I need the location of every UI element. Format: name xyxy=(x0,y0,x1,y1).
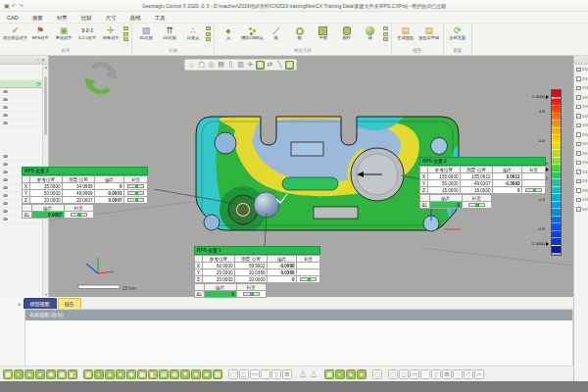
measure-tools-icon[interactable]: ▱ xyxy=(474,369,484,379)
checkbox-icon[interactable]: ✓ xyxy=(576,142,581,147)
colorbar-marker[interactable] xyxy=(546,242,549,246)
measure-tools-icon[interactable]: ◌ xyxy=(420,369,430,379)
colorbar-marker[interactable] xyxy=(546,168,549,172)
checkbox-icon[interactable]: ✓ xyxy=(576,179,581,184)
pin-icon[interactable]: ▫ xyxy=(37,57,39,64)
display-mode-tools-icon[interactable]: ◌ xyxy=(261,369,270,379)
overlay-tools-icon[interactable]: ● xyxy=(357,369,367,379)
overlay-tools-icon[interactable]: ▲ xyxy=(346,369,356,379)
measure-tools-icon[interactable]: ▯ xyxy=(431,369,441,379)
ribbon-button-点[interactable]: 点 xyxy=(217,24,240,41)
visibility-eye-icon[interactable] xyxy=(3,98,8,102)
visibility-eye-icon[interactable] xyxy=(3,155,8,159)
pill-slot[interactable] xyxy=(282,177,338,190)
visibility-eye-icon[interactable] xyxy=(3,194,8,198)
selection-tools-icon[interactable]: ◧ xyxy=(68,369,77,379)
menu-item-尺寸[interactable]: 尺寸 xyxy=(99,12,123,24)
measure-tools-icon[interactable]: ⊞ xyxy=(442,369,452,379)
colorbar-green-marker[interactable] xyxy=(546,176,549,180)
view-tools-icon[interactable]: ◆ xyxy=(126,369,136,379)
view-tools-icon[interactable]: ▤ xyxy=(159,369,169,379)
checkbox-icon[interactable] xyxy=(576,188,581,193)
measure-tools-icon[interactable]: ▢ xyxy=(388,369,398,379)
visibility-eye-icon[interactable] xyxy=(3,210,8,214)
view-tools-icon[interactable]: ● xyxy=(116,369,125,379)
overlay-tools-icon[interactable]: ◐ xyxy=(335,369,345,379)
tree-item-row[interactable] xyxy=(0,88,48,96)
menu-item-工具[interactable]: 工具 xyxy=(148,12,172,24)
ribbon-small-stack[interactable] xyxy=(122,24,129,43)
redo-icon[interactable]: ↷ xyxy=(19,1,24,11)
bottom-rect-hole[interactable] xyxy=(314,207,358,219)
view-tools-icon[interactable]: ▲ xyxy=(105,369,115,379)
ribbon-button-模拟CMM点[interactable]: 模拟CMM点 xyxy=(240,24,265,41)
ribbon-button-线[interactable]: 线 xyxy=(265,24,288,41)
display-mode-tools-icon[interactable]: ⊞ xyxy=(282,369,292,379)
top-left-hole[interactable] xyxy=(215,132,236,154)
tree-row-selected[interactable]: ⟳ xyxy=(0,80,48,88)
selection-tools-icon[interactable]: ▩ xyxy=(57,369,67,379)
ribbon-button-基准对齐[interactable]: ▣基准对齐 xyxy=(52,24,75,41)
checkbox-icon[interactable]: ✓ xyxy=(576,114,581,119)
measure-tools-icon[interactable]: ◻ xyxy=(399,369,409,379)
scroll-thumb[interactable] xyxy=(44,76,47,135)
display-mode-tools-icon[interactable]: ▯ xyxy=(271,369,281,379)
checkbox-icon[interactable]: ✓ xyxy=(576,123,581,128)
ribbon-button-圆[interactable]: 圆 xyxy=(288,24,312,41)
visibility-eye-icon[interactable] xyxy=(3,163,8,167)
visibility-eye-icon[interactable] xyxy=(3,202,8,206)
menu-item-比较[interactable]: 比较 xyxy=(74,12,99,24)
ribbon-button-2D比较[interactable]: ⇈2D比较 xyxy=(158,24,181,41)
measure-tools-icon[interactable]: ▭ xyxy=(410,369,419,379)
ribbon-button-转换对齐[interactable]: ✛转换对齐 xyxy=(99,24,122,41)
view-tools-icon[interactable]: ▦ xyxy=(213,369,222,379)
selection-tools-icon[interactable]: ◐ xyxy=(14,369,24,379)
view-tools-icon[interactable]: ▩ xyxy=(137,369,147,379)
ribbon-button-报告管理器[interactable]: ▤报告管理器 xyxy=(417,24,441,41)
display-mode-tools-icon[interactable]: ▭ xyxy=(250,369,260,379)
checkbox-icon[interactable]: ✓ xyxy=(576,95,581,100)
paint-tool-icon[interactable]: ▢ xyxy=(372,369,382,379)
app-icon[interactable]: ▣ xyxy=(4,1,10,11)
tree-item-row[interactable] xyxy=(0,96,48,104)
ribbon-small-stack[interactable] xyxy=(382,24,389,43)
ribbon-small-stack[interactable] xyxy=(205,24,212,43)
tab-model-view[interactable]: 模型视图 xyxy=(24,298,57,309)
ribbon-button-球[interactable]: 球 xyxy=(359,24,382,41)
checkbox-icon[interactable]: ✓ xyxy=(576,170,581,174)
colorbar-marker[interactable] xyxy=(546,95,549,99)
ribbon-button-3D比较[interactable]: ▧3D比较 xyxy=(134,24,158,41)
scroll-up-icon[interactable]: ▲ xyxy=(43,65,49,70)
tab-scroll-left-icon[interactable]: ◂ xyxy=(18,301,23,309)
colorbar-green-marker[interactable] xyxy=(546,162,549,166)
ribbon-button-比较点[interactable]: ∴比较点 xyxy=(181,24,205,41)
top-right-hole[interactable] xyxy=(431,138,448,155)
tree-item-row[interactable] xyxy=(0,112,48,120)
table-view-header[interactable]: 表格视图 (自动) xyxy=(25,310,572,320)
display-mode-tools-icon[interactable]: ◻ xyxy=(239,369,249,379)
tree-item-row[interactable] xyxy=(0,104,48,112)
view-tools-icon[interactable]: ■ xyxy=(202,369,212,379)
close-icon[interactable]: ✕ xyxy=(41,57,45,64)
visibility-eye-icon[interactable] xyxy=(3,218,8,221)
normal-tools-icon[interactable]: △ xyxy=(298,369,308,379)
checkbox-icon[interactable] xyxy=(576,161,581,166)
visibility-eye-icon[interactable] xyxy=(3,122,8,125)
selection-tools-icon[interactable]: ◆ xyxy=(46,369,56,379)
checkbox-icon[interactable] xyxy=(576,76,581,81)
checkbox-icon[interactable] xyxy=(576,132,581,137)
visibility-eye-icon[interactable] xyxy=(3,90,8,94)
view-tools-icon[interactable]: ◧ xyxy=(148,369,158,379)
view-tools-icon[interactable]: ◈ xyxy=(191,369,201,379)
measure-tools-icon[interactable]: ◇ xyxy=(464,369,473,379)
ribbon-button-全部更新[interactable]: ⟳全部更新 xyxy=(446,24,469,41)
normal-tools-icon[interactable]: △ xyxy=(309,369,318,379)
ribbon-button-平面[interactable]: 平面 xyxy=(312,24,335,41)
ribbon-button-最佳拟合对齐[interactable]: ✔最佳拟合对齐 xyxy=(2,24,28,41)
visibility-eye-icon[interactable] xyxy=(3,114,8,118)
checkbox-icon[interactable]: ✓ xyxy=(576,68,581,73)
view-tools-icon[interactable]: ▦ xyxy=(83,369,93,379)
checkbox-icon[interactable]: ✓ xyxy=(576,207,581,212)
selection-tools-icon[interactable]: ● xyxy=(35,369,45,379)
checkbox-icon[interactable] xyxy=(576,105,581,110)
